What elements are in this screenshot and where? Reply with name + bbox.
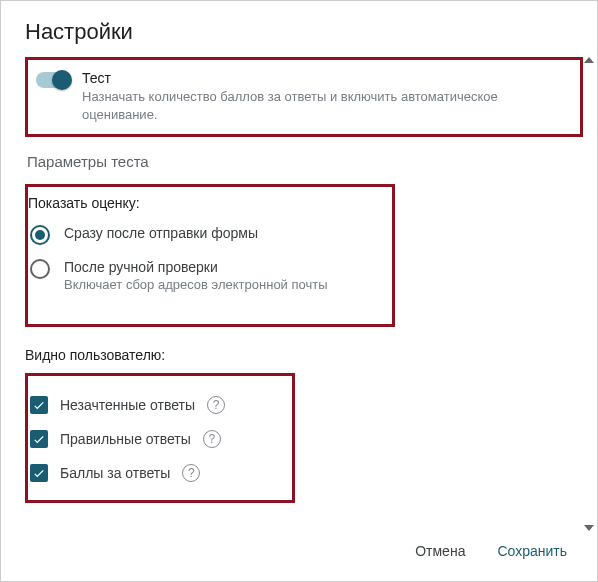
show-grade-heading: Показать оценку: [28,195,380,211]
check-missed[interactable]: Незачтенные ответы ? [30,396,280,414]
radio-manual-label: После ручной проверки [64,259,328,275]
params-heading: Параметры теста [27,153,583,170]
toggle-knob-icon [52,70,72,90]
radio-icon [30,225,50,245]
dialog-title: Настройки [1,1,597,57]
check-correct[interactable]: Правильные ответы ? [30,430,280,448]
scrollbar[interactable] [582,55,596,533]
check-points-label: Баллы за ответы [60,465,170,481]
radio-immediately[interactable]: Сразу после отправки формы [30,225,380,245]
radio-manual[interactable]: После ручной проверки Включает сбор адре… [30,259,380,292]
help-icon[interactable]: ? [182,464,200,482]
quiz-toggle-desc: Назначать количество баллов за ответы и … [82,88,570,124]
checkbox-icon [30,430,48,448]
help-icon[interactable]: ? [207,396,225,414]
cancel-button[interactable]: Отмена [403,535,477,567]
dialog-footer: Отмена Сохранить [1,523,597,581]
radio-manual-sub: Включает сбор адресов электронной почты [64,277,328,292]
radio-immediately-label: Сразу после отправки формы [64,225,258,241]
visible-heading: Видно пользователю: [25,347,583,363]
quiz-toggle-label: Тест [82,70,570,86]
show-grade-section: Показать оценку: Сразу после отправки фо… [25,184,395,327]
check-correct-label: Правильные ответы [60,431,191,447]
scroll-up-icon [584,57,594,63]
quiz-toggle[interactable] [36,72,70,88]
check-points[interactable]: Баллы за ответы ? [30,464,280,482]
settings-dialog: Настройки Тест Назначать количество балл… [0,0,598,582]
check-missed-label: Незачтенные ответы [60,397,195,413]
checkbox-icon [30,396,48,414]
help-icon[interactable]: ? [203,430,221,448]
dialog-content: Тест Назначать количество баллов за отве… [1,57,597,523]
visible-section: Незачтенные ответы ? Правильные ответы ?… [25,373,295,503]
radio-icon [30,259,50,279]
save-button[interactable]: Сохранить [485,535,579,567]
quiz-toggle-section: Тест Назначать количество баллов за отве… [25,57,583,137]
radio-dot-icon [35,230,45,240]
scroll-down-icon [584,525,594,531]
checkbox-icon [30,464,48,482]
